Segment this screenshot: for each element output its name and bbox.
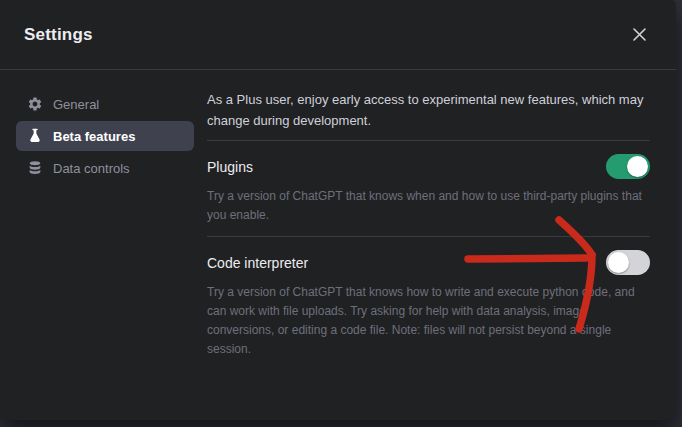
plugins-toggle[interactable] — [606, 154, 650, 179]
sidebar-item-data-controls[interactable]: Data controls — [16, 153, 194, 183]
database-icon — [27, 160, 43, 176]
sidebar-item-label: Data controls — [53, 161, 130, 176]
dialog-title: Settings — [24, 25, 93, 45]
beta-intro-text: As a Plus user, enjoy early access to ex… — [207, 89, 650, 131]
settings-sidebar: General Beta features Data controls — [16, 89, 194, 420]
code-interpreter-toggle[interactable] — [606, 250, 650, 275]
sidebar-item-general[interactable]: General — [16, 89, 194, 119]
flask-icon — [27, 128, 43, 144]
sidebar-item-label: Beta features — [53, 129, 135, 144]
plugins-title: Plugins — [207, 159, 253, 175]
sidebar-item-label: General — [53, 97, 99, 112]
settings-dialog: Settings General Beta features — [0, 0, 676, 420]
x-icon — [632, 27, 647, 42]
dialog-header: Settings — [0, 0, 676, 70]
toggle-knob — [627, 156, 648, 177]
plugins-section: Plugins Try a version of ChatGPT that kn… — [207, 141, 650, 225]
code-interpreter-section: Code interpreter Try a version of ChatGP… — [207, 237, 650, 359]
gear-icon — [27, 96, 43, 112]
dialog-body: General Beta features Data controls — [0, 70, 676, 420]
close-button[interactable] — [628, 24, 650, 46]
toggle-knob — [608, 252, 629, 273]
sidebar-item-beta-features[interactable]: Beta features — [16, 121, 194, 151]
plugins-description: Try a version of ChatGPT that knows when… — [207, 187, 649, 225]
code-interpreter-description: Try a version of ChatGPT that knows how … — [207, 283, 649, 359]
code-interpreter-title: Code interpreter — [207, 255, 308, 271]
beta-features-panel: As a Plus user, enjoy early access to ex… — [207, 89, 650, 420]
